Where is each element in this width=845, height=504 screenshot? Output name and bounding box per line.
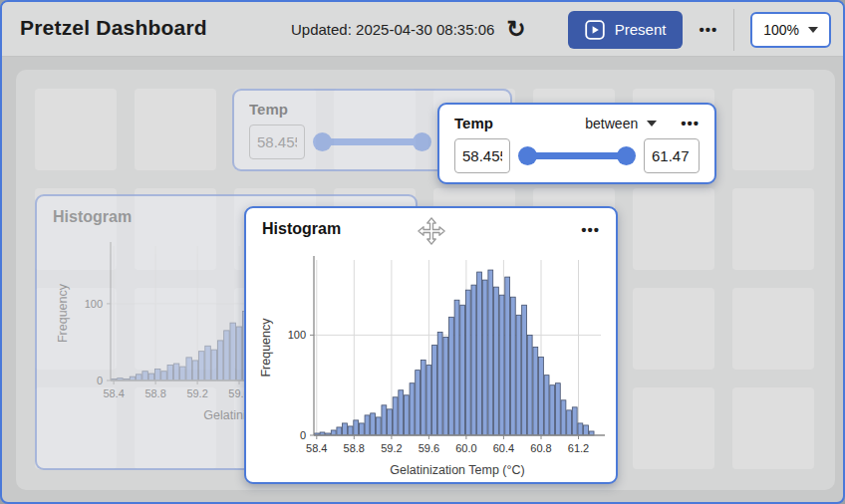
grid-tile xyxy=(633,188,714,270)
svg-text:59.6: 59.6 xyxy=(419,442,439,454)
refresh-button[interactable]: ↻ xyxy=(504,18,527,41)
temp-filter-title: Temp xyxy=(249,101,288,118)
grid-tile xyxy=(135,89,216,170)
slider-handle-min[interactable] xyxy=(518,146,537,165)
updated-group: Updated: 2025-04-30 08:35:06 ↻ xyxy=(291,2,528,57)
operator-label: between xyxy=(585,116,638,131)
svg-text:0: 0 xyxy=(97,375,103,386)
histogram-card: Histogram ••• 58.458.859.259.660.060.460… xyxy=(244,206,618,484)
temp-range-slider[interactable] xyxy=(521,145,633,166)
zoom-level-dropdown[interactable]: 100% xyxy=(750,12,831,48)
svg-text:60.4: 60.4 xyxy=(493,442,514,454)
grid-tile xyxy=(732,387,814,469)
temp-min-input[interactable] xyxy=(454,138,510,173)
svg-text:58.4: 58.4 xyxy=(306,442,327,454)
svg-text:59.2: 59.2 xyxy=(186,387,207,399)
header-divider xyxy=(733,9,734,51)
chevron-down-icon xyxy=(808,27,818,33)
histogram-chart: 58.458.859.259.660.060.460.861.20100Gela… xyxy=(256,250,611,485)
temp-min-input-ghost xyxy=(249,125,305,159)
move-handle[interactable] xyxy=(417,216,446,249)
present-button[interactable]: Present xyxy=(568,11,684,49)
play-icon xyxy=(585,20,605,40)
svg-text:60.8: 60.8 xyxy=(530,442,551,454)
operator-dropdown[interactable]: between xyxy=(585,116,657,131)
histogram-title: Histogram xyxy=(262,220,341,238)
move-icon xyxy=(417,216,446,246)
temp-max-input[interactable] xyxy=(644,138,700,173)
svg-text:59.2: 59.2 xyxy=(381,442,402,454)
header-actions: Present ••• 100% xyxy=(568,2,831,57)
svg-text:Frequency: Frequency xyxy=(259,318,273,378)
refresh-icon: ↻ xyxy=(506,16,525,42)
slider-handle-min xyxy=(313,132,332,151)
header: Pretzel Dashboard Updated: 2025-04-30 08… xyxy=(2,2,843,57)
svg-text:100: 100 xyxy=(85,298,103,310)
grid-tile xyxy=(732,288,814,370)
svg-text:Frequency: Frequency xyxy=(56,283,70,343)
present-button-label: Present xyxy=(615,21,667,38)
temp-range-slider-ghost xyxy=(316,131,428,152)
app-window: Pretzel Dashboard Updated: 2025-04-30 08… xyxy=(0,0,845,504)
page-title: Pretzel Dashboard xyxy=(20,16,207,40)
slider-track xyxy=(318,138,426,145)
slider-handle-max[interactable] xyxy=(617,146,636,165)
svg-text:58.8: 58.8 xyxy=(144,387,165,399)
grid-tile xyxy=(35,89,117,170)
zoom-level-value: 100% xyxy=(763,22,799,38)
grid-tile xyxy=(732,89,814,170)
svg-text:0: 0 xyxy=(300,429,306,441)
grid-tile xyxy=(732,188,814,270)
svg-text:60.0: 60.0 xyxy=(455,442,476,454)
svg-text:61.2: 61.2 xyxy=(568,442,589,454)
updated-timestamp: Updated: 2025-04-30 08:35:06 xyxy=(291,21,494,38)
header-more-options-button[interactable]: ••• xyxy=(699,21,717,38)
chevron-down-icon xyxy=(647,121,657,126)
temp-filter-card: Temp between ••• xyxy=(437,103,716,184)
svg-text:58.4: 58.4 xyxy=(103,387,124,399)
grid-tile xyxy=(633,387,714,469)
svg-text:58.8: 58.8 xyxy=(344,442,365,454)
temp-filter-title: Temp xyxy=(454,115,493,131)
histogram-title: Histogram xyxy=(53,208,132,226)
histogram-more-button[interactable]: ••• xyxy=(581,221,600,238)
svg-text:Gelatinization Temp (°C): Gelatinization Temp (°C) xyxy=(390,463,524,477)
svg-text:100: 100 xyxy=(288,329,306,341)
temp-filter-more-button[interactable]: ••• xyxy=(681,115,700,131)
grid-tile xyxy=(633,288,714,370)
slider-track xyxy=(523,152,631,159)
slider-handle-max xyxy=(413,132,431,151)
